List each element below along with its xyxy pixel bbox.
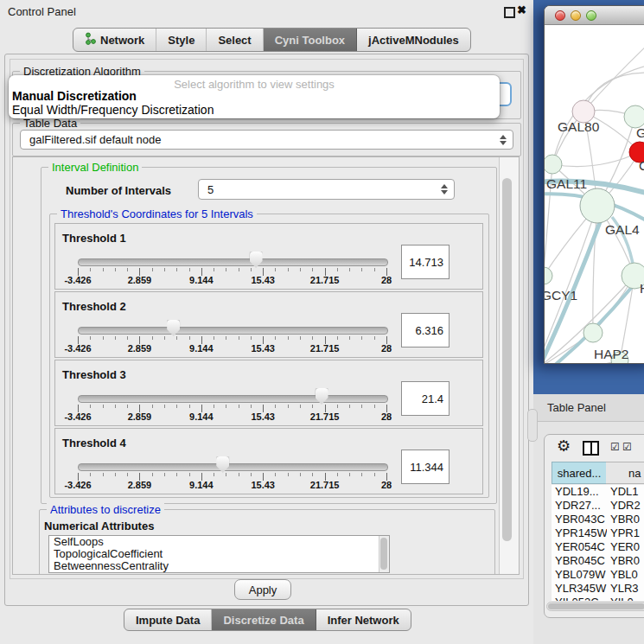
node-label: GA [636,125,644,140]
threshold-label: Threshold 4 [62,437,126,450]
table-row[interactable]: YBL079WYBL0 [552,568,644,582]
tab-label: Cyni Toolbox [275,34,345,47]
algorithm-option-equal-width-frequency-discretization[interactable]: Equal Width/Frequency Discretization [12,103,214,117]
attribute-item-topologicalcoefficient[interactable]: TopologicalCoefficient [49,548,389,560]
node-label: HAP2 [594,347,629,361]
close-traffic-light-icon[interactable] [555,10,565,21]
network-node[interactable] [545,155,562,174]
screen: Control Panel ✖ NetworkStyleSelectCyni T… [0,0,644,644]
thresholds-group-title: Threshold's Coordinates for 5 Intervals [57,207,257,220]
column-header-shared[interactable]: shared... [552,462,607,484]
apply-button[interactable]: Apply [234,579,291,600]
settings-scrollbar[interactable] [499,157,519,574]
tab-cyni-toolbox[interactable]: Cyni Toolbox [264,29,357,51]
network-window-titlebar[interactable] [545,6,644,25]
settings-scroll-area: Interval Definition Number of Intervals … [12,156,520,575]
threshold-value-field[interactable]: 11.344 [401,450,450,484]
table-row[interactable]: YLR345WYLR3 [552,582,644,596]
tick-label: 15.43 [239,343,287,354]
column-header-name[interactable]: na [606,462,644,484]
attributes-list-scrollbar[interactable] [379,536,389,572]
columns-icon[interactable] [583,441,599,456]
table-horizontal-scrollbar[interactable] [546,602,644,611]
combo-spinner-icon [500,135,507,145]
algorithm-option-manual-discretization[interactable]: Manual Discretization [12,89,137,103]
network-node[interactable] [583,323,603,342]
gear-icon[interactable]: ⚙ [557,437,571,456]
tab-jactivemnodules[interactable]: jActiveMNodules [357,29,470,51]
bottom-tab-bar: Impute DataDiscretize DataInfer Network [124,609,411,631]
threshold-panel-3: Threshold 3-3.4262.8599.14415.4321.71528… [54,360,483,426]
threshold-label: Threshold 3 [62,368,126,381]
tab-select[interactable]: Select [207,29,263,51]
table-row[interactable]: YBR045CYBR0 [552,554,644,568]
tab-network[interactable]: Network [73,29,156,51]
tab-label: Network [100,34,144,47]
table-row[interactable]: YER054CYER0 [552,540,644,554]
slider-track[interactable] [78,258,388,266]
tab-discretize-data[interactable]: Discretize Data [212,609,316,630]
tick-label: 2.859 [115,343,163,354]
num-intervals-label: Number of Intervals [66,184,171,197]
threshold-label: Threshold 1 [62,232,126,245]
node-label: C [639,158,644,173]
network-node[interactable] [545,267,552,284]
tab-label: Impute Data [136,614,200,627]
zoom-traffic-light-icon[interactable] [586,10,596,21]
threshold-value-field[interactable]: 6.316 [401,313,450,348]
table-row[interactable]: YBR043CYBR0 [552,513,644,526]
minimize-traffic-light-icon[interactable] [571,10,581,21]
checkbox-icon[interactable]: ☑ [622,441,632,453]
node-label: H [640,281,644,296]
combo-spinner-icon [441,184,448,194]
tab-style[interactable]: Style [156,29,207,51]
table-data-combobox[interactable]: galFiltered.sif default node [20,130,513,150]
tick-label: 9.144 [177,275,226,285]
table-row[interactable]: YDR27...YDR2 [552,499,644,513]
interval-definition-title: Interval Definition [48,161,142,174]
table-panel-header: Table Panel [533,394,644,422]
table-data-group-title: Table Data [20,117,80,130]
tab-label: Select [218,34,251,47]
slider-track[interactable] [78,327,388,335]
tick-label: 2.859 [115,275,163,285]
tick-label: 15.43 [239,411,287,422]
slider-track[interactable] [78,463,388,471]
close-icon[interactable]: ✖ [517,3,526,16]
network-icon [85,32,96,48]
checkbox-icon[interactable]: ☑ [610,441,620,453]
table-panel: ⚙ ☑ ☑ shared... na YDL19...YDL1YDR27...Y… [544,434,644,618]
tick-label: 21.715 [301,275,349,285]
slider-track[interactable] [78,395,388,403]
tick-label: 15.43 [239,480,287,490]
tab-label: jActiveMNodules [368,34,459,47]
table-row[interactable]: YPR145WYPR1 [552,526,644,540]
tick-label: 9.144 [177,343,226,354]
threshold-value-field[interactable]: 14.713 [401,245,450,279]
threshold-value-field[interactable]: 21.4 [401,381,450,416]
node-label: GAL80 [558,119,600,134]
tick-label: 9.144 [177,411,226,422]
node-label: GAL4 [605,222,640,237]
table-row[interactable]: YIL052CYIL0 [552,596,644,601]
top-tab-bar: NetworkStyleSelectCyni ToolboxjActiveMNo… [73,28,471,52]
network-canvas[interactable]: GAL80GACGAL11GAL4GCY1HHAP2 [545,25,644,363]
table-rows: YDL19...YDL1YDR27...YDR2YBR043CYBR0YPR14… [552,485,644,601]
table-row[interactable]: YDL19...YDL1 [552,485,644,499]
float-window-icon[interactable] [504,7,515,18]
attribute-item-betweennesscentrality[interactable]: BetweennessCentrality [49,560,389,572]
attribute-item-selfloops[interactable]: SelfLoops [49,536,389,548]
network-view-window: GAL80GACGAL11GAL4GCY1HHAP2 [544,5,644,364]
network-node[interactable] [580,188,615,223]
splitter-grip[interactable] [527,409,538,442]
tick-label: 15.43 [239,275,287,285]
tab-impute-data[interactable]: Impute Data [124,609,212,630]
table-panel-title: Table Panel [547,401,606,414]
tick-label: 2.859 [115,411,163,422]
panel-title: Control Panel [8,5,76,18]
attributes-list[interactable]: SelfLoopsTopologicalCoefficientBetweenne… [48,535,390,573]
tab-infer-network[interactable]: Infer Network [316,609,411,630]
node-label: GAL11 [546,176,587,191]
network-edge [552,152,640,167]
num-intervals-combobox[interactable]: 5 [198,179,455,200]
